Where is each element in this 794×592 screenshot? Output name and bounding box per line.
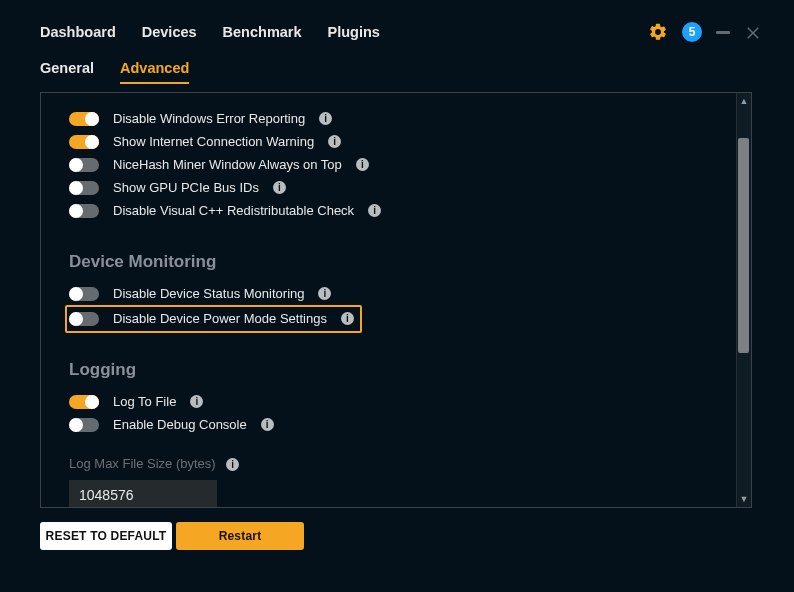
toggle-debug-console[interactable] (69, 418, 99, 432)
info-icon[interactable]: i (319, 112, 332, 125)
info-icon[interactable]: i (328, 135, 341, 148)
info-icon[interactable]: i (318, 287, 331, 300)
info-icon[interactable]: i (273, 181, 286, 194)
scroll-down-icon[interactable]: ▼ (737, 491, 751, 507)
info-icon[interactable]: i (356, 158, 369, 171)
settings-panel: Disable Windows Error Reporting i Show I… (40, 92, 752, 508)
tab-general[interactable]: General (40, 60, 94, 84)
label-show-pcie: Show GPU PCIe Bus IDs (113, 180, 259, 195)
label-disable-power-mode: Disable Device Power Mode Settings (113, 311, 327, 326)
toggle-show-pcie[interactable] (69, 181, 99, 195)
section-logging: Logging (69, 360, 727, 380)
restart-button[interactable]: Restart (176, 522, 304, 550)
label-debug-console: Enable Debug Console (113, 417, 247, 432)
toggle-internet-warning[interactable] (69, 135, 99, 149)
nav-dashboard[interactable]: Dashboard (40, 24, 116, 40)
label-internet-warning: Show Internet Connection Warning (113, 134, 314, 149)
notification-badge[interactable]: 5 (682, 22, 702, 42)
info-icon[interactable]: i (190, 395, 203, 408)
scroll-up-icon[interactable]: ▲ (737, 93, 751, 109)
close-icon[interactable] (744, 23, 762, 41)
toggle-disable-vcredist[interactable] (69, 204, 99, 218)
highlight-box: Disable Device Power Mode Settings i (65, 305, 362, 333)
label-disable-status-monitoring: Disable Device Status Monitoring (113, 286, 304, 301)
toggle-disable-power-mode[interactable] (69, 312, 99, 326)
minimize-icon[interactable] (716, 31, 730, 34)
nav-devices[interactable]: Devices (142, 24, 197, 40)
toggle-always-on-top[interactable] (69, 158, 99, 172)
toggle-disable-status-monitoring[interactable] (69, 287, 99, 301)
label-always-on-top: NiceHash Miner Window Always on Top (113, 157, 342, 172)
info-icon[interactable]: i (368, 204, 381, 217)
section-device-monitoring: Device Monitoring (69, 252, 727, 272)
gear-icon[interactable] (648, 22, 668, 42)
label-disable-wer: Disable Windows Error Reporting (113, 111, 305, 126)
nav-plugins[interactable]: Plugins (328, 24, 380, 40)
info-icon[interactable]: i (261, 418, 274, 431)
input-log-max-size[interactable] (69, 480, 217, 507)
scroll-thumb[interactable] (738, 138, 749, 353)
label-log-to-file: Log To File (113, 394, 176, 409)
tab-advanced[interactable]: Advanced (120, 60, 189, 84)
toggle-disable-wer[interactable] (69, 112, 99, 126)
label-disable-vcredist: Disable Visual C++ Redistributable Check (113, 203, 354, 218)
main-nav: Dashboard Devices Benchmark Plugins (40, 24, 380, 40)
info-icon[interactable]: i (341, 312, 354, 325)
info-icon[interactable]: i (226, 458, 239, 471)
toggle-log-to-file[interactable] (69, 395, 99, 409)
scrollbar[interactable]: ▲ ▼ (736, 93, 751, 507)
settings-tabs: General Advanced (0, 60, 794, 92)
reset-button[interactable]: RESET TO DEFAULT (40, 522, 172, 550)
label-log-max-size: Log Max File Size (bytes) (69, 456, 216, 471)
nav-benchmark[interactable]: Benchmark (223, 24, 302, 40)
